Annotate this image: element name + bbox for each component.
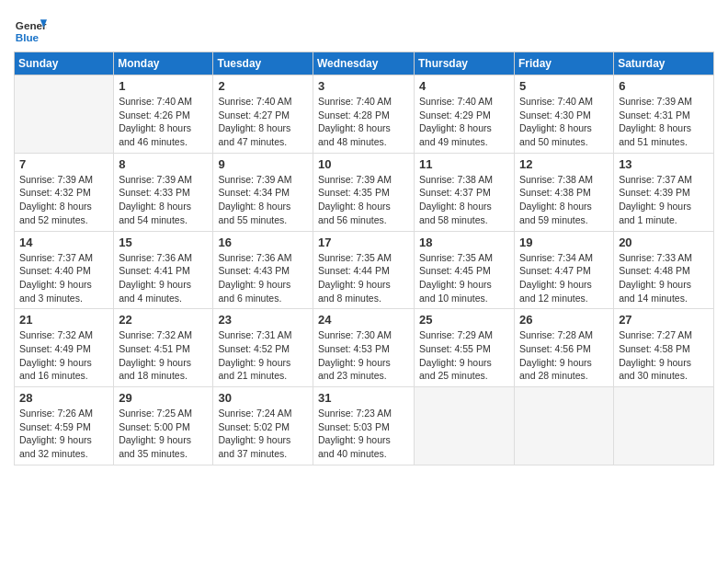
week-row-2: 14Sunrise: 7:37 AMSunset: 4:40 PMDayligh…	[15, 231, 714, 309]
day-number: 31	[318, 391, 409, 405]
day-cell: 9Sunrise: 7:39 AMSunset: 4:34 PMDaylight…	[213, 153, 313, 231]
day-info: Sunrise: 7:40 AMSunset: 4:26 PMDaylight:…	[119, 95, 208, 149]
header-cell-tuesday: Tuesday	[213, 52, 313, 75]
day-info: Sunrise: 7:39 AMSunset: 4:32 PMDaylight:…	[19, 173, 108, 227]
day-info: Sunrise: 7:38 AMSunset: 4:38 PMDaylight:…	[519, 173, 609, 227]
day-info: Sunrise: 7:32 AMSunset: 4:51 PMDaylight:…	[119, 328, 208, 383]
day-number: 24	[318, 313, 409, 327]
header-row: SundayMondayTuesdayWednesdayThursdayFrid…	[15, 52, 714, 75]
day-cell: 24Sunrise: 7:30 AMSunset: 4:53 PMDayligh…	[313, 309, 415, 387]
day-number: 29	[119, 391, 208, 405]
day-cell: 26Sunrise: 7:28 AMSunset: 4:56 PMDayligh…	[515, 309, 614, 387]
day-cell: 17Sunrise: 7:35 AMSunset: 4:44 PMDayligh…	[313, 231, 415, 309]
day-cell: 5Sunrise: 7:40 AMSunset: 4:30 PMDaylight…	[515, 75, 614, 154]
day-info: Sunrise: 7:31 AMSunset: 4:52 PMDaylight:…	[218, 328, 308, 383]
day-cell: 13Sunrise: 7:37 AMSunset: 4:39 PMDayligh…	[614, 153, 714, 231]
header-cell-friday: Friday	[515, 52, 614, 75]
day-cell: 4Sunrise: 7:40 AMSunset: 4:29 PMDaylight…	[415, 75, 515, 154]
day-number: 26	[519, 313, 609, 327]
day-number: 17	[318, 236, 409, 249]
header-cell-thursday: Thursday	[415, 52, 515, 75]
day-number: 1	[119, 79, 208, 93]
day-info: Sunrise: 7:24 AMSunset: 5:02 PMDaylight:…	[218, 407, 308, 461]
day-info: Sunrise: 7:35 AMSunset: 4:44 PMDaylight:…	[318, 251, 409, 305]
header-cell-monday: Monday	[114, 52, 213, 75]
day-cell: 22Sunrise: 7:32 AMSunset: 4:51 PMDayligh…	[114, 309, 213, 387]
day-cell: 28Sunrise: 7:26 AMSunset: 4:59 PMDayligh…	[15, 387, 114, 465]
day-info: Sunrise: 7:38 AMSunset: 4:37 PMDaylight:…	[419, 173, 509, 227]
day-cell: 16Sunrise: 7:36 AMSunset: 4:43 PMDayligh…	[213, 231, 313, 309]
day-number: 22	[119, 313, 208, 327]
day-number: 6	[619, 79, 709, 93]
day-cell: 23Sunrise: 7:31 AMSunset: 4:52 PMDayligh…	[213, 309, 313, 387]
day-number: 20	[619, 236, 709, 249]
logo-icon: General Blue	[14, 13, 47, 46]
day-number: 11	[419, 157, 509, 171]
day-cell	[515, 387, 614, 465]
day-cell: 25Sunrise: 7:29 AMSunset: 4:55 PMDayligh…	[415, 309, 515, 387]
day-info: Sunrise: 7:40 AMSunset: 4:29 PMDaylight:…	[419, 95, 509, 149]
day-cell: 10Sunrise: 7:39 AMSunset: 4:35 PMDayligh…	[313, 153, 415, 231]
day-number: 10	[318, 157, 409, 171]
day-cell: 15Sunrise: 7:36 AMSunset: 4:41 PMDayligh…	[114, 231, 213, 309]
day-info: Sunrise: 7:40 AMSunset: 4:28 PMDaylight:…	[318, 95, 409, 149]
day-cell: 2Sunrise: 7:40 AMSunset: 4:27 PMDaylight…	[213, 75, 313, 154]
week-row-0: 1Sunrise: 7:40 AMSunset: 4:26 PMDaylight…	[15, 75, 714, 154]
day-info: Sunrise: 7:30 AMSunset: 4:53 PMDaylight:…	[318, 328, 409, 383]
header-cell-saturday: Saturday	[614, 52, 714, 75]
day-info: Sunrise: 7:39 AMSunset: 4:34 PMDaylight:…	[218, 173, 308, 227]
day-cell: 12Sunrise: 7:38 AMSunset: 4:38 PMDayligh…	[515, 153, 614, 231]
day-number: 18	[419, 236, 509, 249]
day-number: 23	[218, 313, 308, 327]
day-info: Sunrise: 7:33 AMSunset: 4:48 PMDaylight:…	[619, 251, 709, 305]
day-info: Sunrise: 7:40 AMSunset: 4:30 PMDaylight:…	[519, 95, 609, 149]
day-info: Sunrise: 7:39 AMSunset: 4:35 PMDaylight:…	[318, 173, 409, 227]
day-cell: 3Sunrise: 7:40 AMSunset: 4:28 PMDaylight…	[313, 75, 415, 154]
day-info: Sunrise: 7:23 AMSunset: 5:03 PMDaylight:…	[318, 407, 409, 461]
day-cell: 14Sunrise: 7:37 AMSunset: 4:40 PMDayligh…	[15, 231, 114, 309]
day-cell: 20Sunrise: 7:33 AMSunset: 4:48 PMDayligh…	[614, 231, 714, 309]
day-cell: 19Sunrise: 7:34 AMSunset: 4:47 PMDayligh…	[515, 231, 614, 309]
day-cell: 7Sunrise: 7:39 AMSunset: 4:32 PMDaylight…	[15, 153, 114, 231]
day-number: 15	[119, 236, 208, 249]
day-info: Sunrise: 7:25 AMSunset: 5:00 PMDaylight:…	[119, 407, 208, 461]
day-number: 16	[218, 236, 308, 249]
day-number: 2	[218, 79, 308, 93]
calendar-body: 1Sunrise: 7:40 AMSunset: 4:26 PMDaylight…	[15, 75, 714, 465]
day-number: 28	[19, 391, 108, 405]
day-info: Sunrise: 7:37 AMSunset: 4:40 PMDaylight:…	[19, 251, 108, 305]
day-info: Sunrise: 7:39 AMSunset: 4:31 PMDaylight:…	[619, 95, 709, 149]
day-info: Sunrise: 7:36 AMSunset: 4:43 PMDaylight:…	[218, 251, 308, 305]
header-cell-sunday: Sunday	[15, 52, 114, 75]
day-cell: 11Sunrise: 7:38 AMSunset: 4:37 PMDayligh…	[415, 153, 515, 231]
day-number: 30	[218, 391, 308, 405]
week-row-1: 7Sunrise: 7:39 AMSunset: 4:32 PMDaylight…	[15, 153, 714, 231]
day-number: 8	[119, 157, 208, 171]
day-cell	[614, 387, 714, 465]
svg-text:Blue: Blue	[16, 31, 40, 43]
week-row-4: 28Sunrise: 7:26 AMSunset: 4:59 PMDayligh…	[15, 387, 714, 465]
day-number: 14	[19, 236, 108, 249]
header-cell-wednesday: Wednesday	[313, 52, 415, 75]
header: General Blue	[14, 9, 714, 46]
day-number: 7	[19, 157, 108, 171]
week-row-3: 21Sunrise: 7:32 AMSunset: 4:49 PMDayligh…	[15, 309, 714, 387]
day-info: Sunrise: 7:37 AMSunset: 4:39 PMDaylight:…	[619, 173, 709, 227]
calendar-table: SundayMondayTuesdayWednesdayThursdayFrid…	[14, 52, 714, 465]
day-number: 19	[519, 236, 609, 249]
day-cell: 27Sunrise: 7:27 AMSunset: 4:58 PMDayligh…	[614, 309, 714, 387]
day-info: Sunrise: 7:29 AMSunset: 4:55 PMDaylight:…	[419, 328, 509, 383]
day-number: 27	[619, 313, 709, 327]
day-number: 21	[19, 313, 108, 327]
day-cell: 21Sunrise: 7:32 AMSunset: 4:49 PMDayligh…	[15, 309, 114, 387]
day-cell: 30Sunrise: 7:24 AMSunset: 5:02 PMDayligh…	[213, 387, 313, 465]
day-cell: 18Sunrise: 7:35 AMSunset: 4:45 PMDayligh…	[415, 231, 515, 309]
day-cell: 8Sunrise: 7:39 AMSunset: 4:33 PMDaylight…	[114, 153, 213, 231]
day-number: 25	[419, 313, 509, 327]
day-info: Sunrise: 7:26 AMSunset: 4:59 PMDaylight:…	[19, 407, 108, 461]
day-info: Sunrise: 7:36 AMSunset: 4:41 PMDaylight:…	[119, 251, 208, 305]
day-cell: 29Sunrise: 7:25 AMSunset: 5:00 PMDayligh…	[114, 387, 213, 465]
day-info: Sunrise: 7:27 AMSunset: 4:58 PMDaylight:…	[619, 328, 709, 383]
day-info: Sunrise: 7:39 AMSunset: 4:33 PMDaylight:…	[119, 173, 208, 227]
day-cell: 31Sunrise: 7:23 AMSunset: 5:03 PMDayligh…	[313, 387, 415, 465]
